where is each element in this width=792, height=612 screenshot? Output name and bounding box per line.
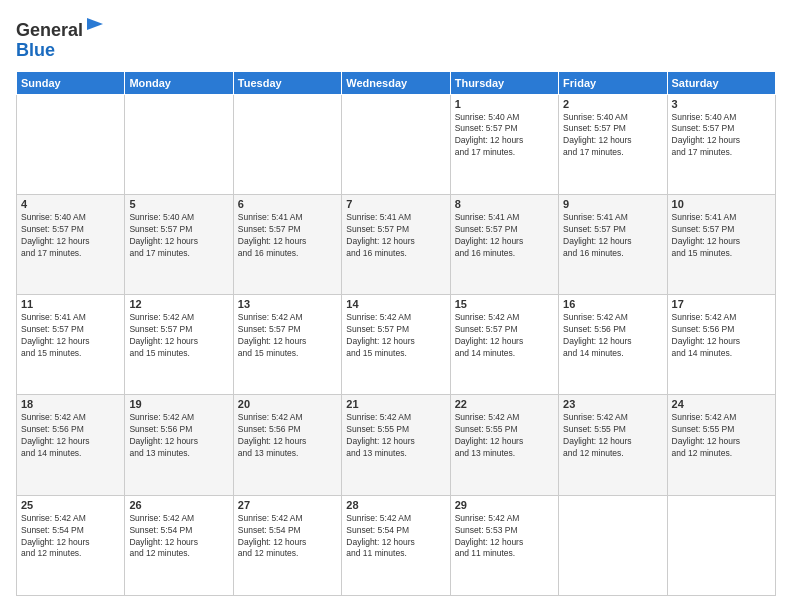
weekday-header-tuesday: Tuesday <box>233 71 341 94</box>
day-info: Sunrise: 5:40 AM Sunset: 5:57 PM Dayligh… <box>672 112 771 160</box>
calendar-cell: 25Sunrise: 5:42 AM Sunset: 5:54 PM Dayli… <box>17 495 125 595</box>
calendar-cell: 4Sunrise: 5:40 AM Sunset: 5:57 PM Daylig… <box>17 194 125 294</box>
day-info: Sunrise: 5:40 AM Sunset: 5:57 PM Dayligh… <box>21 212 120 260</box>
day-info: Sunrise: 5:42 AM Sunset: 5:55 PM Dayligh… <box>672 412 771 460</box>
day-info: Sunrise: 5:42 AM Sunset: 5:56 PM Dayligh… <box>21 412 120 460</box>
calendar-cell: 16Sunrise: 5:42 AM Sunset: 5:56 PM Dayli… <box>559 295 667 395</box>
calendar-cell: 1Sunrise: 5:40 AM Sunset: 5:57 PM Daylig… <box>450 94 558 194</box>
day-number: 22 <box>455 398 554 410</box>
calendar-cell: 2Sunrise: 5:40 AM Sunset: 5:57 PM Daylig… <box>559 94 667 194</box>
day-number: 2 <box>563 98 662 110</box>
day-info: Sunrise: 5:42 AM Sunset: 5:55 PM Dayligh… <box>346 412 445 460</box>
day-info: Sunrise: 5:42 AM Sunset: 5:54 PM Dayligh… <box>21 513 120 561</box>
calendar-cell <box>125 94 233 194</box>
weekday-header-sunday: Sunday <box>17 71 125 94</box>
day-number: 16 <box>563 298 662 310</box>
day-info: Sunrise: 5:42 AM Sunset: 5:55 PM Dayligh… <box>455 412 554 460</box>
day-number: 23 <box>563 398 662 410</box>
day-number: 5 <box>129 198 228 210</box>
day-number: 10 <box>672 198 771 210</box>
calendar-cell: 11Sunrise: 5:41 AM Sunset: 5:57 PM Dayli… <box>17 295 125 395</box>
calendar-cell: 21Sunrise: 5:42 AM Sunset: 5:55 PM Dayli… <box>342 395 450 495</box>
calendar-cell: 22Sunrise: 5:42 AM Sunset: 5:55 PM Dayli… <box>450 395 558 495</box>
day-number: 3 <box>672 98 771 110</box>
day-number: 26 <box>129 499 228 511</box>
day-info: Sunrise: 5:40 AM Sunset: 5:57 PM Dayligh… <box>563 112 662 160</box>
calendar-week-2: 4Sunrise: 5:40 AM Sunset: 5:57 PM Daylig… <box>17 194 776 294</box>
calendar-cell: 8Sunrise: 5:41 AM Sunset: 5:57 PM Daylig… <box>450 194 558 294</box>
day-info: Sunrise: 5:42 AM Sunset: 5:57 PM Dayligh… <box>129 312 228 360</box>
day-info: Sunrise: 5:40 AM Sunset: 5:57 PM Dayligh… <box>129 212 228 260</box>
calendar-cell: 28Sunrise: 5:42 AM Sunset: 5:54 PM Dayli… <box>342 495 450 595</box>
day-number: 15 <box>455 298 554 310</box>
calendar-week-1: 1Sunrise: 5:40 AM Sunset: 5:57 PM Daylig… <box>17 94 776 194</box>
logo-flag-icon <box>85 16 105 36</box>
day-number: 25 <box>21 499 120 511</box>
day-info: Sunrise: 5:42 AM Sunset: 5:56 PM Dayligh… <box>563 312 662 360</box>
calendar-cell: 18Sunrise: 5:42 AM Sunset: 5:56 PM Dayli… <box>17 395 125 495</box>
calendar-week-4: 18Sunrise: 5:42 AM Sunset: 5:56 PM Dayli… <box>17 395 776 495</box>
calendar-cell: 9Sunrise: 5:41 AM Sunset: 5:57 PM Daylig… <box>559 194 667 294</box>
day-number: 17 <box>672 298 771 310</box>
day-info: Sunrise: 5:41 AM Sunset: 5:57 PM Dayligh… <box>238 212 337 260</box>
day-info: Sunrise: 5:40 AM Sunset: 5:57 PM Dayligh… <box>455 112 554 160</box>
day-info: Sunrise: 5:41 AM Sunset: 5:57 PM Dayligh… <box>346 212 445 260</box>
calendar-cell: 14Sunrise: 5:42 AM Sunset: 5:57 PM Dayli… <box>342 295 450 395</box>
weekday-header-friday: Friday <box>559 71 667 94</box>
day-number: 12 <box>129 298 228 310</box>
weekday-header-wednesday: Wednesday <box>342 71 450 94</box>
calendar-table: SundayMondayTuesdayWednesdayThursdayFrid… <box>16 71 776 596</box>
day-info: Sunrise: 5:41 AM Sunset: 5:57 PM Dayligh… <box>672 212 771 260</box>
day-number: 19 <box>129 398 228 410</box>
day-number: 14 <box>346 298 445 310</box>
day-info: Sunrise: 5:42 AM Sunset: 5:56 PM Dayligh… <box>129 412 228 460</box>
day-number: 29 <box>455 499 554 511</box>
calendar-cell: 15Sunrise: 5:42 AM Sunset: 5:57 PM Dayli… <box>450 295 558 395</box>
day-number: 28 <box>346 499 445 511</box>
day-info: Sunrise: 5:42 AM Sunset: 5:57 PM Dayligh… <box>238 312 337 360</box>
calendar-cell: 27Sunrise: 5:42 AM Sunset: 5:54 PM Dayli… <box>233 495 341 595</box>
calendar-cell: 3Sunrise: 5:40 AM Sunset: 5:57 PM Daylig… <box>667 94 775 194</box>
logo: General Blue <box>16 16 105 61</box>
day-info: Sunrise: 5:42 AM Sunset: 5:54 PM Dayligh… <box>129 513 228 561</box>
calendar-cell <box>17 94 125 194</box>
day-info: Sunrise: 5:42 AM Sunset: 5:55 PM Dayligh… <box>563 412 662 460</box>
logo-general: General <box>16 20 83 40</box>
calendar-cell <box>233 94 341 194</box>
day-info: Sunrise: 5:42 AM Sunset: 5:56 PM Dayligh… <box>672 312 771 360</box>
calendar-cell: 19Sunrise: 5:42 AM Sunset: 5:56 PM Dayli… <box>125 395 233 495</box>
calendar-week-5: 25Sunrise: 5:42 AM Sunset: 5:54 PM Dayli… <box>17 495 776 595</box>
day-number: 6 <box>238 198 337 210</box>
day-info: Sunrise: 5:42 AM Sunset: 5:53 PM Dayligh… <box>455 513 554 561</box>
weekday-header-saturday: Saturday <box>667 71 775 94</box>
logo-blue: Blue <box>16 40 55 60</box>
day-number: 9 <box>563 198 662 210</box>
day-number: 7 <box>346 198 445 210</box>
calendar-cell: 10Sunrise: 5:41 AM Sunset: 5:57 PM Dayli… <box>667 194 775 294</box>
day-info: Sunrise: 5:42 AM Sunset: 5:56 PM Dayligh… <box>238 412 337 460</box>
day-number: 21 <box>346 398 445 410</box>
calendar-cell: 26Sunrise: 5:42 AM Sunset: 5:54 PM Dayli… <box>125 495 233 595</box>
header: General Blue <box>16 16 776 61</box>
day-number: 24 <box>672 398 771 410</box>
weekday-header-row: SundayMondayTuesdayWednesdayThursdayFrid… <box>17 71 776 94</box>
day-number: 13 <box>238 298 337 310</box>
weekday-header-monday: Monday <box>125 71 233 94</box>
day-info: Sunrise: 5:42 AM Sunset: 5:57 PM Dayligh… <box>455 312 554 360</box>
calendar-cell: 23Sunrise: 5:42 AM Sunset: 5:55 PM Dayli… <box>559 395 667 495</box>
calendar-cell: 13Sunrise: 5:42 AM Sunset: 5:57 PM Dayli… <box>233 295 341 395</box>
page: General Blue SundayMondayTuesdayWednesda… <box>0 0 792 612</box>
day-number: 4 <box>21 198 120 210</box>
calendar-week-3: 11Sunrise: 5:41 AM Sunset: 5:57 PM Dayli… <box>17 295 776 395</box>
calendar-cell <box>559 495 667 595</box>
day-number: 1 <box>455 98 554 110</box>
calendar-cell: 5Sunrise: 5:40 AM Sunset: 5:57 PM Daylig… <box>125 194 233 294</box>
calendar-body: 1Sunrise: 5:40 AM Sunset: 5:57 PM Daylig… <box>17 94 776 595</box>
calendar-cell: 17Sunrise: 5:42 AM Sunset: 5:56 PM Dayli… <box>667 295 775 395</box>
svg-marker-0 <box>87 18 103 30</box>
calendar-cell: 7Sunrise: 5:41 AM Sunset: 5:57 PM Daylig… <box>342 194 450 294</box>
calendar-cell: 20Sunrise: 5:42 AM Sunset: 5:56 PM Dayli… <box>233 395 341 495</box>
day-number: 27 <box>238 499 337 511</box>
calendar-cell: 24Sunrise: 5:42 AM Sunset: 5:55 PM Dayli… <box>667 395 775 495</box>
weekday-header-thursday: Thursday <box>450 71 558 94</box>
